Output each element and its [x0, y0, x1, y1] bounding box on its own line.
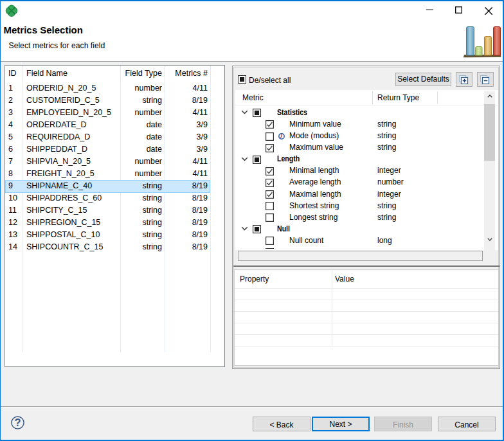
svg-text:?: ? [14, 417, 21, 428]
